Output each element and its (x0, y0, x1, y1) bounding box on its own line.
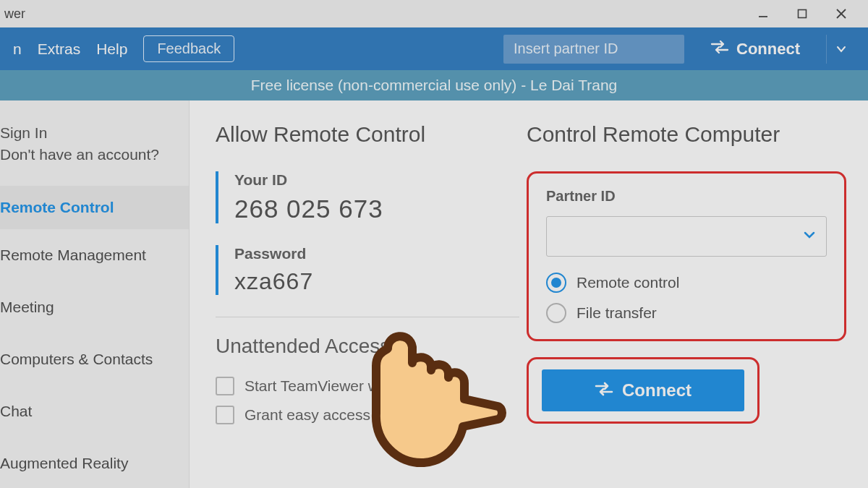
minimize-button[interactable] (752, 3, 774, 25)
checkbox-start-with-windows[interactable]: Start TeamViewer with Windows (216, 377, 519, 395)
menu-item-help[interactable]: Help (96, 40, 127, 58)
quick-connect-label: Connect (736, 40, 800, 59)
password-field: Password xza667 (216, 245, 519, 295)
checkbox-label-1: Start TeamViewer with Windows (244, 377, 461, 395)
sidebar-item-remote-control[interactable]: Remote Control (0, 186, 189, 229)
partner-id-highlight-box: Partner ID Remote control File transfer (527, 171, 846, 341)
chevron-down-icon[interactable] (802, 228, 817, 245)
license-bar: Free license (non-commercial use only) -… (0, 70, 868, 100)
radio-label-file: File transfer (576, 304, 657, 322)
sidebar-item-augmented-reality[interactable]: Augmented Reality (0, 437, 189, 472)
main: Allow Remote Control Your ID 268 025 673… (190, 100, 868, 488)
your-id-value[interactable]: 268 025 673 (234, 194, 519, 223)
checkbox-icon (216, 377, 234, 395)
menu-item-0[interactable]: n (13, 40, 22, 58)
checkbox-label-2: Grant easy access (244, 406, 370, 424)
unattended-heading: Unattended Access (216, 335, 519, 358)
close-button[interactable] (830, 3, 852, 25)
maximize-button[interactable] (791, 3, 813, 25)
control-remote-heading: Control Remote Computer (527, 122, 846, 147)
sidebar-item-chat[interactable]: Chat (0, 385, 189, 437)
sidebar-item-computers-contacts[interactable]: Computers & Contacts (0, 333, 189, 385)
checkbox-icon (216, 406, 234, 424)
quick-connect-button[interactable]: Connect (700, 40, 810, 59)
no-account-link[interactable]: Don't have an account? (0, 144, 189, 166)
password-label: Password (234, 245, 519, 262)
allow-remote-heading: Allow Remote Control (216, 122, 519, 147)
password-value[interactable]: xza667 (234, 268, 519, 295)
allow-remote-column: Allow Remote Control Your ID 268 025 673… (216, 122, 519, 488)
connect-button-label: Connect (622, 380, 692, 401)
radio-label-remote: Remote control (576, 274, 679, 291)
radio-selected-icon (546, 273, 566, 293)
titlebar: wer (0, 0, 868, 27)
partner-id-input[interactable] (546, 216, 827, 257)
quick-partner-id-input[interactable] (503, 35, 684, 64)
sidebar-item-meeting[interactable]: Meeting (0, 281, 189, 333)
your-id-label: Your ID (234, 171, 519, 189)
sidebar: Sign In Don't have an account? Remote Co… (0, 100, 190, 488)
swap-arrows-icon (595, 380, 613, 401)
sign-in-link[interactable]: Sign In (0, 122, 189, 144)
partner-id-input-wrap (546, 216, 827, 257)
license-text: Free license (non-commercial use only) -… (251, 77, 618, 94)
account-box: Sign In Don't have an account? (0, 122, 189, 186)
feedback-button[interactable]: Feedback (143, 35, 234, 62)
content: Sign In Don't have an account? Remote Co… (0, 100, 868, 488)
window-title: wer (0, 7, 25, 22)
connect-highlight-box: Connect (527, 357, 760, 424)
quick-connect-dropdown[interactable] (826, 35, 855, 64)
radio-file-transfer[interactable]: File transfer (546, 303, 827, 323)
menubar: n Extras Help Feedback Connect (0, 27, 868, 70)
radio-remote-control[interactable]: Remote control (546, 273, 827, 293)
svg-rect-1 (799, 10, 807, 18)
radio-unselected-icon (546, 303, 566, 323)
checkbox-grant-easy-access[interactable]: Grant easy access (216, 406, 519, 424)
connect-button[interactable]: Connect (542, 369, 744, 411)
menu-item-extras[interactable]: Extras (38, 40, 81, 58)
window-controls (752, 3, 861, 25)
control-remote-column: Control Remote Computer Partner ID Remot… (527, 122, 846, 488)
your-id-field: Your ID 268 025 673 (216, 171, 519, 223)
partner-id-label: Partner ID (546, 188, 827, 205)
sidebar-item-remote-management[interactable]: Remote Management (0, 229, 189, 281)
divider (216, 317, 519, 317)
swap-arrows-icon (710, 40, 729, 59)
